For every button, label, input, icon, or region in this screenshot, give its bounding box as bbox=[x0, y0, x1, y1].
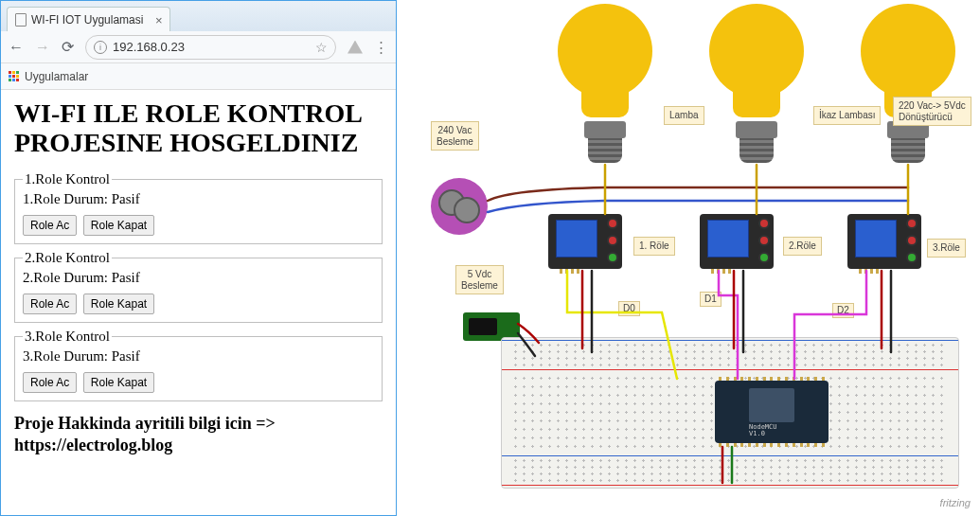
relay-3-off-button[interactable]: Role Kapat bbox=[83, 372, 154, 393]
relay-2-status: 2.Role Durum: Pasif bbox=[23, 270, 374, 286]
reload-icon[interactable]: ⟳ bbox=[62, 38, 74, 56]
back-icon[interactable]: ← bbox=[9, 39, 24, 56]
bookmark-star-icon[interactable]: ☆ bbox=[315, 40, 328, 55]
note-relay1: 1. Röle bbox=[633, 237, 675, 256]
fritzing-credit: fritzing bbox=[940, 497, 971, 508]
url-text: 192.168.0.23 bbox=[113, 40, 185, 54]
bookmarks-bar: Uygulamalar bbox=[1, 63, 396, 90]
apps-icon[interactable] bbox=[9, 71, 19, 81]
browser-tab[interactable]: WI-FI IOT Uygulamasi × bbox=[7, 7, 170, 31]
relay-2-on-button[interactable]: Role Ac bbox=[23, 294, 77, 314]
relay-2-legend: 2.Role Kontrol bbox=[23, 250, 112, 266]
relay-1-on-button[interactable]: Role Ac bbox=[23, 215, 77, 236]
drive-icon[interactable] bbox=[347, 41, 363, 54]
site-info-icon[interactable]: i bbox=[94, 41, 107, 54]
close-tab-icon[interactable]: × bbox=[155, 13, 163, 27]
tab-bar: WI-FI IOT Uygulamasi × bbox=[1, 1, 396, 31]
nodemcu-board: NodeMCUV1.0 bbox=[715, 381, 829, 443]
file-icon bbox=[15, 13, 27, 27]
relay-3-on-button[interactable]: Role Ac bbox=[23, 372, 77, 393]
relay-1-status: 1.Role Durum: Pasif bbox=[23, 191, 374, 207]
relay-1-legend: 1.Role Kontrol bbox=[23, 171, 112, 187]
battery-240vac bbox=[431, 178, 488, 235]
tab-title: WI-FI IOT Uygulamasi bbox=[31, 13, 143, 27]
url-input[interactable]: i 192.168.0.23 ☆ bbox=[85, 35, 336, 60]
bookmarks-label[interactable]: Uygulamalar bbox=[25, 70, 88, 83]
note-converter: 220 Vac-> 5VdcDönüştürücü bbox=[893, 97, 971, 126]
relay-module-2 bbox=[700, 214, 774, 269]
relay-3-group: 3.Role Kontrol 3.Role Durum: Pasif Role … bbox=[14, 329, 383, 401]
bulb-lamp bbox=[558, 4, 652, 163]
relay-1-group: 1.Role Kontrol 1.Role Durum: Pasif Role … bbox=[14, 171, 383, 244]
circuit-diagram: 240 VacBesleme Lamba İkaz Lambası 220 Va… bbox=[397, 0, 980, 516]
bulb-warning-lamp bbox=[709, 4, 804, 163]
page-heading: WI-FI ILE ROLE KONTROL PROJESINE HOSGELD… bbox=[14, 99, 383, 158]
relay-module-3 bbox=[847, 214, 921, 269]
address-bar: ← → ⟳ i 192.168.0.23 ☆ ⋮ bbox=[1, 31, 396, 63]
relay-2-group: 2.Role Kontrol 2.Role Durum: Pasif Role … bbox=[14, 250, 383, 323]
note-d0: D0 bbox=[618, 301, 640, 316]
note-d1: D1 bbox=[700, 292, 722, 307]
note-warning-lamp: İkaz Lambası bbox=[813, 106, 881, 125]
nodemcu-label: NodeMCUV1.0 bbox=[749, 424, 777, 437]
note-d2: D2 bbox=[832, 303, 854, 318]
page-content: WI-FI ILE ROLE KONTROL PROJESINE HOSGELD… bbox=[1, 90, 396, 515]
project-info-link[interactable]: Proje Hakkinda ayritili bilgi icin => ht… bbox=[14, 413, 383, 457]
menu-icon[interactable]: ⋮ bbox=[374, 39, 388, 56]
note-lamp: Lamba bbox=[664, 106, 704, 125]
note-relay2: 2.Röle bbox=[783, 237, 822, 256]
browser-window: WI-FI IOT Uygulamasi × ← → ⟳ i 192.168.0… bbox=[0, 0, 397, 516]
relay-3-status: 3.Role Durum: Pasif bbox=[23, 348, 374, 365]
relay-1-off-button[interactable]: Role Kapat bbox=[83, 215, 154, 236]
note-5vdc: 5 VdcBesleme bbox=[455, 265, 504, 294]
note-240vac: 240 VacBesleme bbox=[431, 121, 479, 151]
relay-module-1 bbox=[548, 214, 622, 269]
note-relay3: 3.Röle bbox=[927, 239, 966, 258]
bulb-converter bbox=[861, 4, 955, 163]
relay-3-legend: 3.Role Kontrol bbox=[23, 329, 112, 345]
relay-2-off-button[interactable]: Role Kapat bbox=[83, 294, 154, 314]
forward-icon[interactable]: → bbox=[35, 39, 50, 56]
